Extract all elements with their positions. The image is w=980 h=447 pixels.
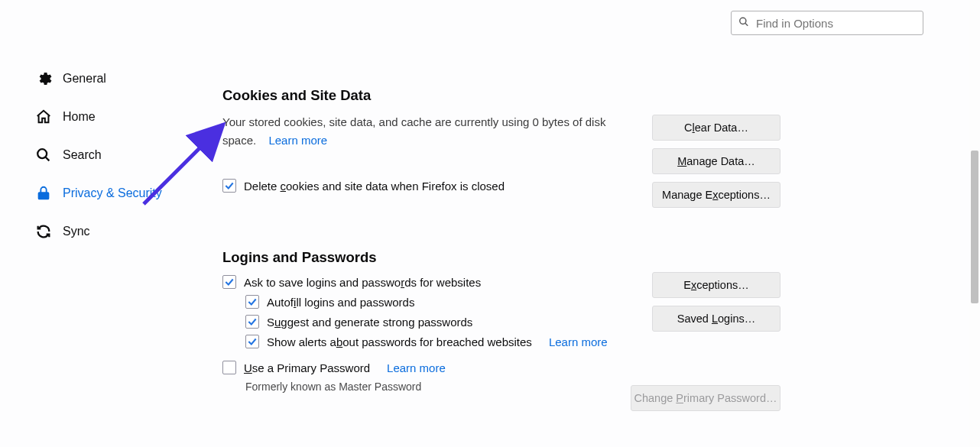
- sidebar-item-label: Sync: [63, 225, 90, 238]
- delete-on-close-row: Delete cookies and site data when Firefo…: [222, 179, 641, 193]
- clear-data-button[interactable]: Clear Data…: [652, 115, 780, 141]
- suggest-checkbox[interactable]: [245, 315, 259, 329]
- svg-point-0: [37, 149, 47, 158]
- scrollbar-thumb[interactable]: [971, 151, 978, 303]
- change-primary-button: Change Primary Password…: [631, 385, 780, 411]
- ask-save-label: Ask to save logins and passwords for web…: [244, 276, 481, 289]
- alerts-checkbox[interactable]: [245, 335, 259, 348]
- suggest-label: Suggest and generate strong passwords: [267, 316, 472, 329]
- cookies-section: Cookies and Site Data Your stored cookie…: [222, 87, 780, 208]
- delete-on-close-label: Delete cookies and site data when Firefo…: [244, 180, 505, 193]
- primary-learn-more-link[interactable]: Learn more: [387, 361, 446, 374]
- home-icon: [35, 109, 52, 125]
- search-icon: [35, 147, 52, 164]
- gear-icon: [35, 70, 52, 87]
- sidebar-item-home[interactable]: Home: [35, 98, 195, 136]
- logins-section: Logins and Passwords Ask to save logins …: [222, 249, 780, 393]
- autofill-checkbox[interactable]: [245, 295, 259, 309]
- alerts-row: Show alerts about passwords for breached…: [245, 335, 780, 348]
- sidebar-item-label: Privacy & Security: [63, 186, 162, 200]
- sidebar-item-label: Search: [63, 148, 102, 162]
- manage-data-button[interactable]: Manage Data…: [652, 148, 780, 174]
- primary-checkbox[interactable]: [222, 361, 236, 374]
- section-title-logins: Logins and Passwords: [222, 249, 780, 266]
- svg-line-1: [46, 157, 50, 161]
- sidebar-item-search[interactable]: Search: [35, 136, 195, 174]
- sidebar-item-label: General: [63, 72, 106, 86]
- saved-logins-button[interactable]: Saved Logins…: [652, 306, 780, 332]
- primary-row: Use a Primary Password Learn more: [222, 361, 780, 374]
- alerts-learn-more-link[interactable]: Learn more: [549, 335, 608, 348]
- sidebar-item-label: Home: [63, 110, 96, 124]
- sync-icon: [35, 223, 52, 240]
- scrollbar-track[interactable]: [969, 0, 980, 447]
- ask-save-checkbox[interactable]: [222, 275, 236, 289]
- sidebar-item-privacy[interactable]: Privacy & Security: [35, 174, 195, 212]
- manage-exceptions-button[interactable]: Manage Exceptions…: [652, 182, 780, 208]
- cookies-description: Your stored cookies, site data, and cach…: [222, 113, 639, 150]
- sidebar: General Home Search Privacy & Security S…: [0, 0, 195, 447]
- primary-label: Use a Primary Password: [244, 361, 370, 374]
- learn-more-link[interactable]: Learn more: [268, 134, 327, 147]
- delete-on-close-checkbox[interactable]: [222, 179, 236, 193]
- lock-icon: [35, 185, 52, 202]
- section-title-cookies: Cookies and Site Data: [222, 87, 641, 104]
- main-pane: Cookies and Site Data Your stored cookie…: [195, 0, 969, 447]
- sidebar-item-general[interactable]: General: [35, 60, 195, 98]
- sidebar-item-sync[interactable]: Sync: [35, 212, 195, 251]
- exceptions-button[interactable]: Exceptions…: [652, 272, 780, 298]
- alerts-label: Show alerts about passwords for breached…: [267, 335, 532, 348]
- autofill-label: Autofill logins and passwords: [267, 296, 414, 309]
